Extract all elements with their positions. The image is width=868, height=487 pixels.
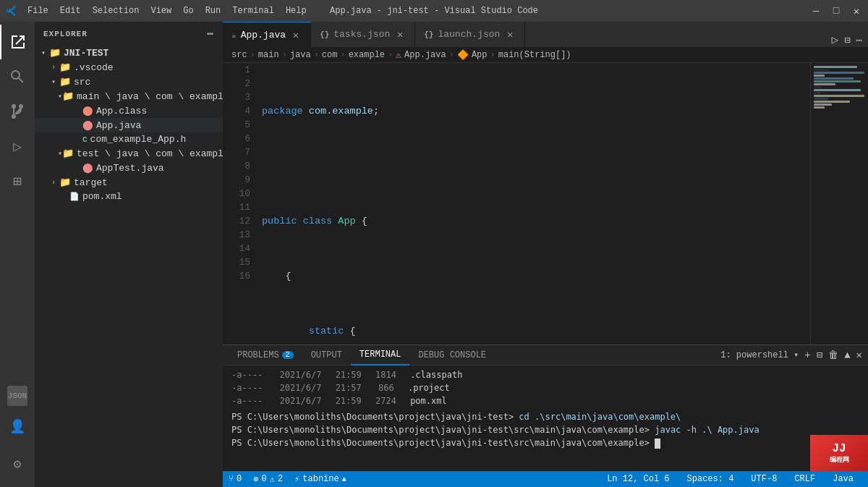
split-terminal-icon[interactable]: ⊟ — [817, 349, 822, 361]
status-errors[interactable]: ⊗ 0 ⚠ 2 — [247, 471, 289, 487]
tab-app-java[interactable]: ☕ App.java ✕ — [223, 22, 311, 47]
menu-edit[interactable]: Edit — [54, 3, 87, 19]
menu-help[interactable]: Help — [280, 3, 312, 19]
tree-item-pom-xml[interactable]: 📄 pom.xml — [35, 190, 223, 203]
terminal-col5-1: .classpath — [410, 370, 462, 380]
tree-item-test-example[interactable]: ▾ 📁 test \ java \ com \ example — [35, 146, 223, 161]
status-bar-left: ⑂ 0 ⊗ 0 ⚠ 2 ⚡ tabnine ▲ — [223, 471, 352, 487]
maximize-button[interactable]: □ — [830, 5, 842, 17]
breadcrumb-sep-1: › — [250, 50, 255, 60]
mini-line-7 — [814, 83, 835, 85]
breadcrumb-main-method[interactable]: main(String[]) — [498, 50, 571, 60]
terminal-selector[interactable]: 1: powershell ▾ — [720, 350, 799, 360]
status-encoding[interactable]: UTF-8 — [745, 471, 783, 487]
panel-tab-debug-console[interactable]: DEBUG CONSOLE — [409, 345, 495, 365]
json-icon[interactable]: JSON — [7, 386, 27, 406]
minimap — [810, 63, 868, 344]
menu-view[interactable]: View — [145, 3, 177, 19]
terminal-col3-3: 21:59 — [336, 396, 362, 406]
panel-tab-problems[interactable]: PROBLEMS 2 — [229, 345, 302, 365]
code-editor[interactable]: 1 2 3 4 5 6 7 8 9 10 11 12 13 14 15 16 — [223, 63, 810, 344]
tree-label-test-example: test \ java \ com \ example — [77, 148, 223, 159]
status-tabnine[interactable]: ⚡ tabnine ▲ — [289, 471, 352, 487]
menu-selection[interactable]: Selection — [87, 3, 145, 19]
tabnine-icon: ⚡ — [294, 474, 299, 485]
tab-close-app-java[interactable]: ✕ — [290, 29, 302, 41]
code-content[interactable]: package com.example; public class App { … — [259, 63, 810, 344]
folder-icon-main-example: 📁 — [62, 90, 74, 102]
split-editor-icon[interactable]: ⊟ — [844, 34, 850, 46]
tab-launch-json[interactable]: {} launch.json ✕ — [415, 22, 525, 47]
status-ln-col[interactable]: Ln 12, Col 6 — [601, 471, 675, 487]
tree-item-apptest-java[interactable]: ⬤ AppTest.java — [35, 161, 223, 175]
explorer-activity-icon[interactable] — [0, 25, 35, 59]
terminal-col1-2: -a---- — [231, 383, 263, 393]
more-actions-icon[interactable]: ⋯ — [856, 34, 862, 46]
status-spaces[interactable]: Spaces: 4 — [681, 471, 740, 487]
tree-item-app-h[interactable]: C com_example_App.h — [35, 132, 223, 146]
mini-line-1 — [814, 66, 857, 68]
status-branch[interactable]: ⑂ 0 — [223, 471, 247, 487]
c-icon-app-h: C — [82, 135, 88, 144]
new-terminal-icon[interactable]: + — [804, 350, 810, 361]
mini-line-9 — [814, 89, 861, 91]
panel-tab-output[interactable]: OUTPUT — [302, 345, 351, 365]
tree-label-app-class: App.class — [96, 106, 147, 117]
run-debug-activity-icon[interactable]: ▷ — [0, 129, 35, 164]
status-language[interactable]: Java — [827, 471, 859, 487]
folder-icon-vscode: 📁 — [59, 62, 71, 73]
tree-arrow-jni-test: ▾ — [38, 48, 49, 57]
line-numbers: 1 2 3 4 5 6 7 8 9 10 11 12 13 14 15 16 — [223, 63, 259, 344]
breadcrumb-file-icon: ⚠ — [396, 49, 401, 61]
accounts-activity-icon[interactable]: 👤 — [0, 409, 35, 444]
terminal-ps-prefix-3: PS C:\Users\monoliths\Documents\project\… — [231, 438, 655, 448]
maximize-panel-icon[interactable]: ▲ — [844, 350, 850, 361]
breadcrumb: src › main › java › com › example › ⚠ Ap… — [223, 47, 868, 63]
run-icon[interactable]: ▷ — [831, 33, 838, 47]
close-button[interactable]: ✕ — [851, 5, 862, 17]
tab-close-tasks-json[interactable]: ✕ — [394, 28, 406, 41]
tab-close-launch-json[interactable]: ✕ — [504, 28, 516, 41]
settings-activity-icon[interactable]: ⚙ — [0, 446, 35, 481]
breadcrumb-example[interactable]: example — [349, 50, 385, 60]
breadcrumb-java[interactable]: java — [290, 50, 311, 60]
menu-run[interactable]: Run — [200, 3, 227, 19]
breadcrumb-app-class[interactable]: App — [472, 50, 488, 60]
menu-terminal[interactable]: Terminal — [226, 3, 280, 19]
tab-tasks-json[interactable]: {} tasks.json ✕ — [311, 22, 415, 47]
panel-tab-debug-label: DEBUG CONSOLE — [418, 350, 486, 360]
breadcrumb-src[interactable]: src — [231, 50, 247, 60]
breadcrumb-app-java[interactable]: App.java — [404, 50, 446, 60]
extensions-activity-icon[interactable]: ⊞ — [0, 164, 35, 198]
breadcrumb-main[interactable]: main — [258, 50, 279, 60]
kill-terminal-icon[interactable]: 🗑 — [828, 350, 838, 361]
menu-go[interactable]: Go — [177, 3, 199, 19]
tree-item-jni-test[interactable]: ▾ 📁 JNI-TEST — [35, 46, 223, 60]
encoding-label: UTF-8 — [751, 474, 777, 484]
source-control-activity-icon[interactable] — [0, 94, 35, 129]
status-eol[interactable]: CRLF — [788, 471, 821, 487]
close-panel-icon[interactable]: ✕ — [856, 349, 862, 361]
tree-item-src[interactable]: ▾ 📁 src — [35, 75, 223, 89]
folder-icon-src: 📁 — [59, 76, 71, 88]
tree-item-target[interactable]: › 📁 target — [35, 175, 223, 190]
breadcrumb-com[interactable]: com — [322, 50, 338, 60]
line-num-15: 15 — [223, 255, 250, 269]
terminal-line-3: -a---- 2021/6/7 21:59 2724 pom.xml — [231, 394, 859, 407]
tree-item-vscode[interactable]: › 📁 .vscode — [35, 60, 223, 75]
tree-arrow-vscode: › — [48, 64, 59, 72]
tree-item-main-example[interactable]: ▾ 📁 main \ java \ com \ example — [35, 89, 223, 103]
title-bar: File Edit Selection View Go Run Terminal… — [0, 0, 868, 22]
tree-item-app-class[interactable]: ⬤ App.class — [35, 103, 223, 118]
tree-item-app-java[interactable]: ⬤ App.java — [35, 118, 223, 132]
panel-tab-terminal[interactable]: TERMINAL — [351, 345, 410, 365]
minimize-button[interactable]: — — [810, 5, 822, 17]
terminal-ps-prefix-1: PS C:\Users\monoliths\Documents\project\… — [231, 412, 519, 422]
sidebar-menu-icon[interactable]: ⋯ — [208, 27, 214, 40]
menu-file[interactable]: File — [22, 3, 54, 19]
tab-label-launch-json: launch.json — [438, 29, 500, 40]
terminal-content[interactable]: -a---- 2021/6/7 21:59 1814 .classpath -a… — [223, 365, 868, 471]
tab-icon-app-java: ☕ — [231, 30, 237, 40]
search-activity-icon[interactable] — [0, 59, 35, 94]
mini-line-4 — [814, 75, 825, 77]
